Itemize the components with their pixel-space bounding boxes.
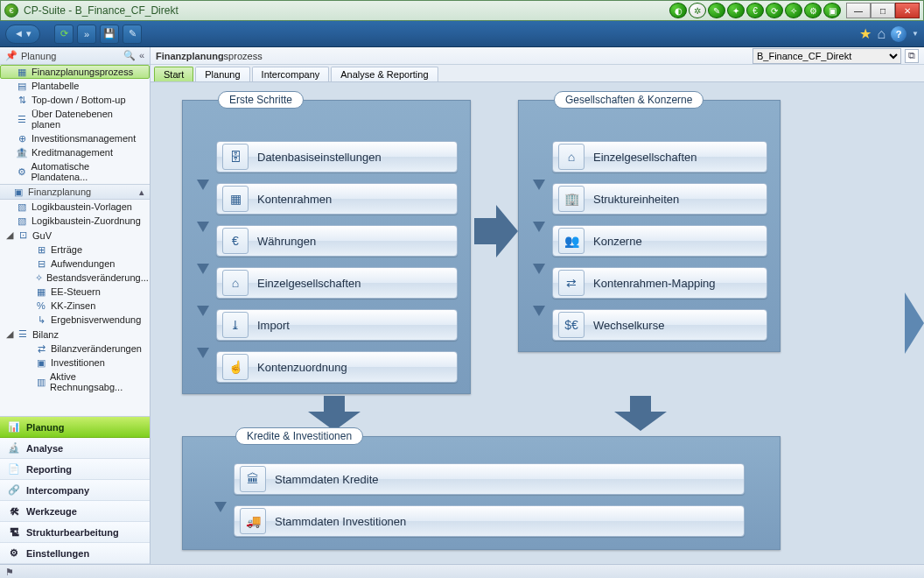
context-select[interactable]: B_Finance_CF_Direkt bbox=[752, 48, 901, 64]
step-import[interactable]: ⤓Import bbox=[216, 309, 458, 341]
flow-arrow-icon bbox=[533, 306, 545, 316]
sidebar-collapse-icon[interactable]: « bbox=[139, 50, 144, 61]
svg-marker-7 bbox=[533, 264, 545, 274]
tree-label: Bilanz bbox=[32, 329, 59, 340]
tab-start[interactable]: Start bbox=[154, 67, 193, 81]
tab-planung[interactable]: Planung bbox=[195, 67, 249, 81]
expand-toggle-icon[interactable]: ◢ bbox=[5, 328, 13, 340]
edit-button[interactable]: ✎ bbox=[122, 25, 142, 44]
tree-item-guv[interactable]: ◢⊡GuV bbox=[0, 228, 150, 243]
flow-arrow-icon bbox=[197, 264, 209, 274]
nav-analyse[interactable]: 🔬Analyse bbox=[0, 438, 150, 459]
tree-item-logik-vorlagen[interactable]: ▧Logikbaustein-Vorlagen bbox=[0, 200, 150, 214]
refresh-button[interactable]: ⟳ bbox=[54, 25, 74, 44]
tree-item-bilanzveraenderungen[interactable]: ⇄Bilanzveränderungen bbox=[12, 342, 150, 356]
minimize-button[interactable]: — bbox=[846, 3, 871, 18]
titlebar-action-9-icon[interactable]: ▣ bbox=[823, 3, 841, 18]
tab-intercompany[interactable]: Intercompany bbox=[252, 67, 330, 81]
titlebar-action-6-icon[interactable]: ⟳ bbox=[766, 3, 783, 18]
sidebar-group-label: Finanzplanung bbox=[28, 187, 91, 197]
tree-label: Aufwendungen bbox=[51, 258, 115, 269]
nav-werkzeuge[interactable]: 🛠Werkzeuge bbox=[0, 501, 150, 522]
favorite-star-icon[interactable]: ★ bbox=[859, 25, 872, 42]
tree-item-ertraege[interactable]: ⊞Erträge bbox=[12, 243, 150, 257]
sidebar-group-finanzplanung[interactable]: ▣Finanzplanung▴ bbox=[0, 184, 150, 200]
step-datenbasiseinstellungen[interactable]: 🗄Datenbasiseinstellungen bbox=[216, 141, 458, 173]
nav-planung[interactable]: 📊Planung bbox=[0, 417, 150, 438]
sidebar-tree: ▦Finanzplanungsprozess ▤Plantabelle ⇅Top… bbox=[0, 65, 150, 416]
tree-item-logik-zuordnung[interactable]: ▧Logikbaustein-Zuordnung bbox=[0, 214, 150, 228]
step-kontenrahmen-mapping[interactable]: ⇄Kontenrahmen-Mapping bbox=[552, 267, 767, 299]
nav-back-button[interactable]: ◄ ▾ bbox=[5, 25, 40, 44]
titlebar-action-7-icon[interactable]: ✧ bbox=[785, 3, 802, 18]
help-icon[interactable]: ? bbox=[891, 26, 906, 42]
block-icon: ▧ bbox=[16, 201, 28, 212]
bilanz-icon: ☰ bbox=[17, 329, 29, 340]
step-label: Datenbasiseinstellungen bbox=[257, 151, 382, 164]
tree-label: Aktive Rechnungsabg... bbox=[50, 371, 144, 392]
tab-analyse-reporting[interactable]: Analyse & Reporting bbox=[331, 67, 438, 81]
tree-item-plantabelle[interactable]: ▤Plantabelle bbox=[0, 79, 150, 93]
tree-item-aktive-rechnungsabg[interactable]: ▥Aktive Rechnungsabg... bbox=[12, 370, 150, 394]
sidebar-search-icon[interactable]: 🔍 bbox=[123, 50, 136, 61]
svg-marker-2 bbox=[197, 264, 209, 274]
step-stammdaten-kredite[interactable]: 🏛Stammdaten Kredite bbox=[234, 463, 745, 495]
titlebar-action-2-icon[interactable]: ✲ bbox=[689, 3, 706, 18]
tree-item-bestandsveraenderung[interactable]: ✧Bestandsveränderung... bbox=[12, 271, 150, 285]
titlebar-action-1-icon[interactable]: ◐ bbox=[669, 3, 687, 18]
tree-item-aufwendungen[interactable]: ⊟Aufwendungen bbox=[12, 257, 150, 271]
titlebar-action-3-icon[interactable]: ✎ bbox=[708, 3, 725, 18]
assign-icon: ☝ bbox=[222, 354, 248, 380]
flow-arrow-icon bbox=[197, 348, 209, 358]
tree-item-investitionen[interactable]: ▣Investitionen bbox=[12, 356, 150, 370]
save-button[interactable]: 💾 bbox=[100, 25, 119, 44]
flow-arrow-icon bbox=[197, 222, 209, 232]
tree-item-investitionsmgmt[interactable]: ⊕Investitionsmanagement bbox=[0, 131, 150, 145]
flow-arrow-icon bbox=[214, 502, 227, 512]
step-label: Kontenrahmen bbox=[257, 193, 332, 206]
tree-item-ee-steuern[interactable]: ▦EE-Steuern bbox=[12, 285, 150, 299]
step-stammdaten-investitionen[interactable]: 🚚Stammdaten Investitionen bbox=[234, 505, 745, 537]
step-einzelgesellschaften-2[interactable]: ⌂Einzelgesellschaften bbox=[552, 141, 767, 173]
step-kontenrahmen[interactable]: ▦Kontenrahmen bbox=[216, 183, 458, 215]
step-label: Kontenrahmen-Mapping bbox=[593, 277, 715, 290]
tree-label: Kreditmanagement bbox=[32, 147, 113, 158]
nav-reporting[interactable]: 📄Reporting bbox=[0, 459, 150, 480]
step-einzelgesellschaften[interactable]: ⌂Einzelgesellschaften bbox=[216, 267, 458, 299]
close-button[interactable]: ✕ bbox=[895, 3, 920, 18]
svg-marker-6 bbox=[533, 222, 545, 232]
step-wechselkurse[interactable]: $€Wechselkurse bbox=[552, 309, 767, 341]
structure-icon: 🏗 bbox=[7, 525, 21, 539]
step-struktureinheiten[interactable]: 🏢Struktureinheiten bbox=[552, 183, 767, 215]
tree-item-topdown[interactable]: ⇅Top-down / Bottom-up bbox=[0, 93, 150, 107]
tree-label: Über Datenebenen planen bbox=[32, 109, 144, 130]
pin-icon[interactable]: 📌 bbox=[5, 51, 18, 61]
tree-item-finanzplanungsprozess[interactable]: ▦Finanzplanungsprozess bbox=[0, 65, 150, 79]
interest-icon: % bbox=[35, 300, 47, 311]
breadcrumb-strong: Finanzplanung bbox=[156, 51, 224, 61]
titlebar-action-5-icon[interactable]: € bbox=[746, 3, 764, 18]
nav-strukturbearbeitung[interactable]: 🏗Strukturbearbeitung bbox=[0, 522, 150, 543]
tree-label: Investitionen bbox=[51, 357, 105, 368]
expand-toggle-icon[interactable]: ◢ bbox=[5, 229, 13, 241]
popout-icon[interactable]: ⧉ bbox=[905, 49, 919, 63]
step-kontenzuordnung[interactable]: ☝Kontenzuordnung bbox=[216, 351, 458, 383]
titlebar-action-4-icon[interactable]: ✦ bbox=[727, 3, 745, 18]
canvas-next-arrow-icon[interactable] bbox=[905, 293, 924, 354]
change-icon: ⇄ bbox=[35, 343, 47, 354]
titlebar-action-8-icon[interactable]: ⚙ bbox=[804, 3, 822, 18]
step-konzerne[interactable]: 👥Konzerne bbox=[552, 225, 767, 257]
tree-item-kreditmgmt[interactable]: 🏦Kreditmanagement bbox=[0, 145, 150, 159]
maximize-button[interactable]: □ bbox=[871, 3, 895, 18]
home-icon[interactable]: ⌂ bbox=[877, 26, 886, 42]
tree-item-datenebenen[interactable]: ☰Über Datenebenen planen bbox=[0, 107, 150, 131]
tree-item-kk-zinsen[interactable]: %KK-Zinsen bbox=[12, 299, 150, 313]
forward-button[interactable]: » bbox=[77, 25, 96, 44]
step-waehrungen[interactable]: €Währungen bbox=[216, 225, 458, 257]
nav-label: Reporting bbox=[26, 464, 72, 475]
tree-item-bilanz[interactable]: ◢☰Bilanz bbox=[0, 327, 150, 342]
tree-item-ergebnisverwendung[interactable]: ↳Ergebnisverwendung bbox=[12, 313, 150, 327]
nav-einstellungen[interactable]: ⚙Einstellungen bbox=[0, 543, 150, 564]
nav-intercompany[interactable]: 🔗Intercompany bbox=[0, 480, 150, 501]
tree-item-autoplandaten[interactable]: ⚙Automatische Plandatena... bbox=[0, 159, 150, 184]
